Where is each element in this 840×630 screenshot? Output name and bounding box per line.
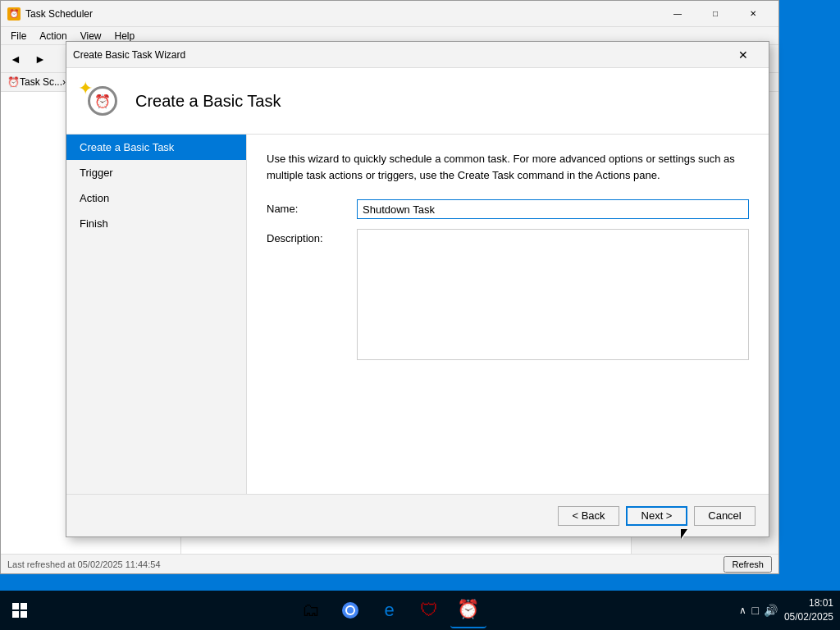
dialog-overlay: Create Basic Task Wizard ✕ ✦ ⏰ Cr <box>0 0 840 630</box>
dialog-header-icon: ✦ ⏰ <box>83 81 122 121</box>
dialog-description: Use this wizard to quickly schedule a co… <box>267 151 749 183</box>
svg-point-7 <box>348 608 353 613</box>
sound-icon[interactable]: 🔊 <box>764 604 778 617</box>
dialog-titlebar: Create Basic Task Wizard ✕ <box>66 42 769 68</box>
dialog-content: Use this wizard to quickly schedule a co… <box>247 135 769 494</box>
form-row-description: Description: <box>267 229 749 360</box>
taskbar-apps: 🗂 e 🛡 <box>39 592 739 628</box>
svg-rect-2 <box>12 611 19 618</box>
nav-item-trigger[interactable]: Trigger <box>66 160 246 185</box>
dialog-body: Create a Basic Task Trigger Action Finis… <box>66 135 769 494</box>
taskbar-clock[interactable]: 18:01 05/02/2025 <box>784 596 833 624</box>
taskbar-right: ∧ □ 🔊 18:01 05/02/2025 <box>739 596 840 624</box>
form-row-name: Name: <box>267 199 749 219</box>
dialog-title: Create Basic Task Wizard <box>73 49 724 61</box>
back-button[interactable]: < Back <box>558 506 619 526</box>
dialog-nav: Create a Basic Task Trigger Action Finis… <box>66 135 247 494</box>
dialog-close-button[interactable]: ✕ <box>724 42 762 68</box>
svg-rect-0 <box>12 603 19 609</box>
dialog-footer: < Back Next > Cancel <box>66 494 769 536</box>
start-button[interactable] <box>0 591 39 630</box>
taskbar-app-task-scheduler[interactable]: ⏰ <box>450 592 486 628</box>
next-button[interactable]: Next > <box>626 506 687 526</box>
svg-rect-1 <box>21 603 27 609</box>
svg-rect-3 <box>21 611 27 618</box>
dialog-header-title: Create a Basic Task <box>135 92 281 111</box>
taskbar-app-edge[interactable]: e <box>372 592 408 628</box>
clock-date: 05/02/2025 <box>784 610 833 624</box>
dialog-header: ✦ ⏰ Create a Basic Task <box>66 68 769 135</box>
nav-item-create[interactable]: Create a Basic Task <box>66 135 246 160</box>
taskbar-app-chrome[interactable] <box>332 592 368 628</box>
chevron-icon[interactable]: ∧ <box>739 605 746 616</box>
nav-item-finish[interactable]: Finish <box>66 211 246 236</box>
name-input[interactable] <box>357 199 749 219</box>
create-basic-task-dialog: Create Basic Task Wizard ✕ ✦ ⏰ Cr <box>66 41 769 537</box>
description-textarea[interactable] <box>357 229 749 360</box>
cancel-button[interactable]: Cancel <box>694 506 756 526</box>
name-label: Name: <box>267 199 357 215</box>
clock-time: 18:01 <box>784 596 833 610</box>
description-label: Description: <box>267 229 357 244</box>
taskbar-app-security[interactable]: 🛡 <box>411 592 447 628</box>
system-tray: ∧ □ 🔊 <box>739 604 777 617</box>
display-icon[interactable]: □ <box>751 604 758 617</box>
nav-item-action[interactable]: Action <box>66 185 246 211</box>
taskbar-app-explorer[interactable]: 🗂 <box>293 592 329 628</box>
taskbar: 🗂 e 🛡 <box>0 591 840 630</box>
